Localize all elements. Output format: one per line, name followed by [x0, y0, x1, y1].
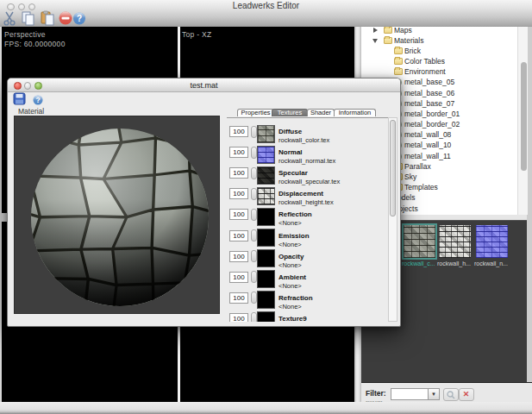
- svg-text:?: ?: [35, 96, 40, 104]
- svg-text:?: ?: [77, 14, 82, 23]
